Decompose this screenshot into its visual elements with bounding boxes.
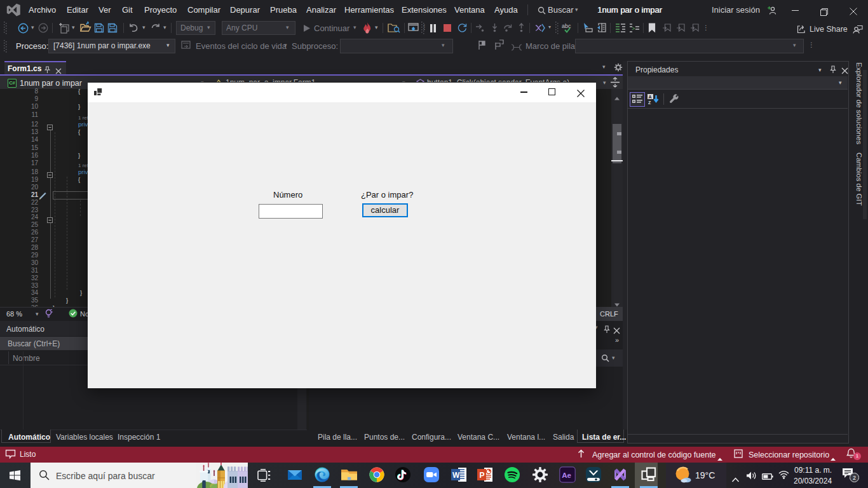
svg-text:>: > [632,26,635,32]
svg-text:Z: Z [648,100,651,105]
svg-text:P: P [480,471,485,480]
svg-text:Ae: Ae [562,471,571,479]
svg-text:W: W [452,471,460,480]
svg-text:A: A [649,95,652,99]
